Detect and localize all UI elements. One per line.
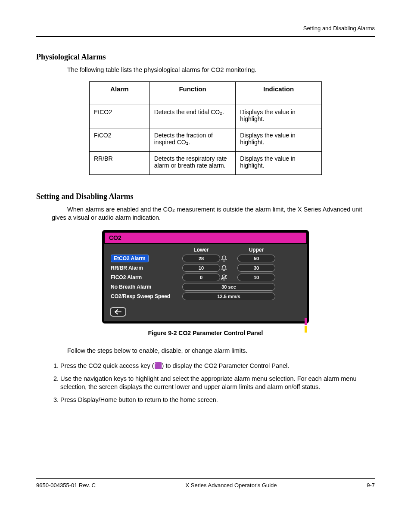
row-sweep-label[interactable]: CO2/Resp Sweep Speed: [108, 293, 182, 299]
row-fico2-label[interactable]: FiCO2 Alarm: [108, 274, 182, 280]
cell-function: Detects the respiratory rate alarm or br…: [149, 151, 236, 174]
etco2-upper-value[interactable]: 50: [237, 255, 275, 262]
setting-alarms-intro: When alarms are enabled and the CO₂ meas…: [52, 205, 375, 222]
section-title-physiological-alarms: Physiological Alarms: [36, 53, 375, 62]
footer-rule: [36, 478, 375, 479]
header-section-title: Setting and Disabling Alarms: [303, 25, 375, 31]
etco2-lower-value[interactable]: 28: [182, 255, 220, 262]
th-function: Function: [149, 81, 236, 105]
cell-indication: Displays the value in highlight.: [236, 128, 322, 151]
alarm-table: Alarm Function Indication EtCO2 Detects …: [89, 81, 322, 175]
cell-alarm: EtCO2: [90, 105, 150, 128]
header-rule: [36, 36, 375, 37]
arrow-left-icon: [114, 309, 122, 314]
sweep-value[interactable]: 12.5 mm/s: [182, 292, 275, 300]
table-header-row: Alarm Function Indication: [90, 81, 322, 105]
cell-indication: Displays the value in highlight.: [236, 105, 322, 128]
th-indication: Indication: [236, 81, 322, 105]
cell-indication: Displays the value in highlight.: [236, 151, 322, 174]
nobreath-value[interactable]: 30 sec: [182, 283, 275, 291]
co2-control-panel: CO2 Lower Upper EtCO2 Alarm 28 50 RR/BR: [102, 230, 309, 324]
back-button[interactable]: [110, 307, 126, 317]
steps-intro: Follow the steps below to enable, disabl…: [52, 347, 375, 355]
row-rrbr-label[interactable]: RR/BR Alarm: [108, 265, 182, 271]
physiological-alarms-intro: The following table lists the physiologi…: [52, 66, 375, 75]
cell-function: Detects the end tidal CO₂.: [149, 105, 236, 128]
table-row: RR/BR Detects the respiratory rate alarm…: [90, 151, 322, 174]
cell-alarm: FiCO2: [90, 128, 150, 151]
cell-alarm: RR/BR: [90, 151, 150, 174]
col-upper-label: Upper: [237, 247, 275, 253]
step-item: Press the CO2 quick access key (🟪) to di…: [60, 362, 375, 370]
table-row: EtCO2 Detects the end tidal CO₂. Display…: [90, 105, 322, 128]
footer-left: 9650-004355-01 Rev. C: [36, 482, 96, 488]
right-edge-marker-pink: [305, 318, 307, 325]
step-item: Use the navigation keys to highlight and…: [60, 375, 375, 392]
rrbr-upper-value[interactable]: 30: [237, 264, 275, 272]
row-nobreath-label[interactable]: No Breath Alarm: [108, 284, 182, 290]
col-lower-label: Lower: [182, 247, 220, 253]
fico2-lower-value[interactable]: 0: [182, 274, 220, 281]
footer-center: X Series Advanced Operator's Guide: [185, 482, 277, 488]
bell-on-icon: [220, 255, 228, 261]
bell-on-icon: [220, 264, 228, 271]
th-alarm: Alarm: [90, 81, 150, 105]
steps-list: Press the CO2 quick access key (🟪) to di…: [60, 362, 375, 404]
fico2-upper-value[interactable]: 10: [237, 274, 275, 281]
bell-off-icon: [220, 274, 228, 280]
table-row: FiCO2 Detects the fraction of inspired C…: [90, 128, 322, 151]
rrbr-lower-value[interactable]: 10: [182, 264, 220, 272]
right-edge-marker-yellow: [305, 326, 307, 333]
figure-caption: Figure 9-2 CO2 Parameter Control Panel: [36, 330, 375, 336]
row-etco2-label[interactable]: EtCO2 Alarm: [108, 255, 182, 262]
cell-function: Detects the fraction of inspired CO₂.: [149, 128, 236, 151]
section-title-setting-alarms: Setting and Disabling Alarms: [36, 192, 375, 201]
footer-right: 9-7: [367, 482, 375, 488]
step-item: Press Display/Home button to return to t…: [60, 396, 375, 404]
panel-title: CO2: [104, 232, 307, 244]
page-footer: 9650-004355-01 Rev. C X Series Advanced …: [36, 478, 375, 488]
